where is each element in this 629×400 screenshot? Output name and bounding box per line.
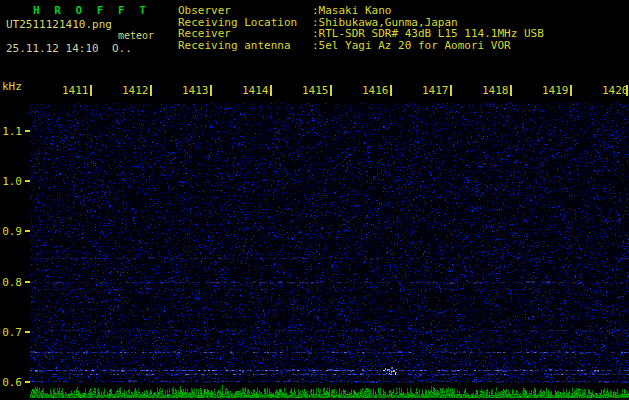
spectrogram-canvas [30,103,629,398]
y-tick-label: 0.9 [0,225,22,238]
y-tick-label: 1.1 [0,125,22,138]
y-tick-label: 0.7 [0,326,22,339]
y-tick-label: 0.6 [0,376,22,389]
hrofft-screen: H R O F F T UT2511121410.png meteor 25.1… [0,0,629,400]
y-tick-label: 0.8 [0,276,22,289]
y-tick-label: 1.0 [0,175,22,188]
